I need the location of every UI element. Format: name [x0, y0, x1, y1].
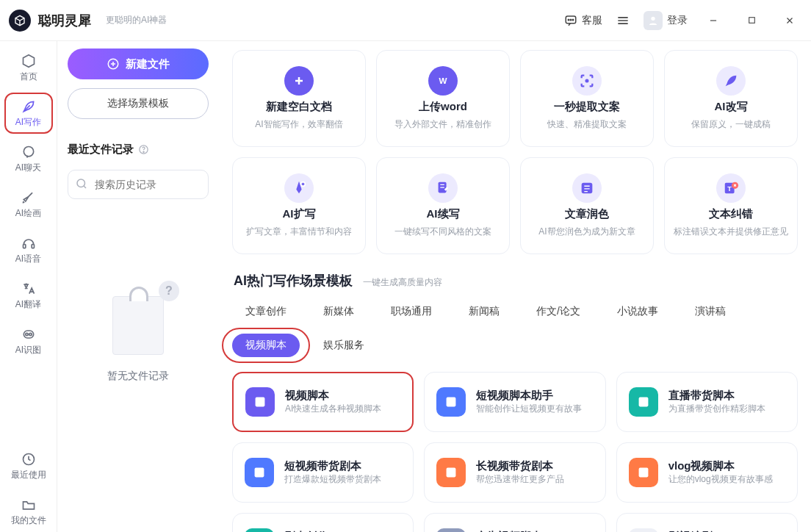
feature-card-title: AI改写	[715, 100, 748, 114]
rail-item-recent[interactable]: 最近使用	[4, 445, 53, 486]
rail-item-label: AI写作	[15, 116, 41, 129]
feature-card-icon	[284, 66, 314, 96]
template-tile[interactable]: 广告视频脚本AI让您的品牌更深入人心	[424, 513, 605, 532]
feature-card[interactable]: W上传word导入外部文件，精准创作	[376, 50, 510, 147]
rail-item-label: 我的文件	[11, 514, 46, 527]
vision-icon	[21, 326, 37, 342]
recent-heading: 最近文件记录	[68, 143, 209, 157]
chat-bubble-icon	[564, 14, 577, 27]
svg-point-11	[29, 333, 31, 335]
rail-item-label: AI绘画	[15, 207, 41, 220]
feature-card[interactable]: AI续写一键续写不同风格的文案	[376, 157, 510, 254]
template-tab[interactable]: 文章创作	[232, 300, 300, 323]
template-tab[interactable]: 视频脚本	[232, 334, 300, 357]
search-input[interactable]	[68, 170, 209, 199]
template-tile-icon	[436, 528, 466, 532]
templates-heading: AI热门写作场景模板	[234, 272, 353, 290]
help-icon[interactable]	[138, 144, 149, 155]
search-row	[68, 170, 209, 199]
rail-item-label: AI识图	[15, 344, 41, 356]
menu-button[interactable]	[616, 13, 630, 28]
feature-card[interactable]: 新建空白文档AI智能写作，效率翻倍	[232, 50, 366, 147]
question-badge-icon: ?	[159, 281, 179, 301]
rail-item-vision[interactable]: AI识图	[4, 320, 53, 362]
titlebar: 聪明灵犀 更聪明的AI神器 客服 登录	[0, 0, 811, 41]
feature-card-icon	[284, 173, 314, 203]
svg-rect-8	[32, 244, 34, 248]
template-tile-sub: 打造爆款短视频带货剧本	[284, 473, 381, 486]
feature-card[interactable]: 文章润色AI帮您润色为成为新文章	[520, 157, 654, 254]
template-tile[interactable]: 长视频带货剧本帮您迅速带红更多产品	[424, 442, 605, 503]
template-tile[interactable]: 短视频脚本助手智能创作让短视频更有故事	[424, 372, 605, 432]
window-maximize-button[interactable]	[739, 8, 764, 33]
folder-icon	[21, 497, 37, 513]
rail-item-home[interactable]: 首页	[4, 47, 53, 88]
feature-card[interactable]: T文本纠错标注错误文本并提供修正意见	[664, 157, 798, 254]
template-grid: 视频脚本AI快速生成各种视频脚本短视频脚本助手智能创作让短视频更有故事直播带货脚…	[232, 372, 798, 532]
rail-item-translate[interactable]: AI翻译	[4, 275, 53, 316]
template-tab[interactable]: 职场通用	[378, 300, 445, 323]
rail-item-audio[interactable]: AI语音	[4, 229, 53, 270]
window-minimize-button[interactable]	[701, 8, 726, 33]
rail-item-label: AI语音	[15, 253, 41, 265]
new-file-button[interactable]: 新建文件	[68, 48, 209, 79]
palette-icon	[21, 190, 37, 206]
template-tab[interactable]: 新闻稿	[455, 300, 513, 323]
template-tab[interactable]: 作文/论文	[523, 300, 594, 323]
template-tile-sub: 智能创作让短视频更有故事	[476, 403, 582, 415]
template-tile[interactable]: 视频脚本AI快速生成各种视频脚本	[232, 372, 414, 432]
choose-template-button[interactable]: 选择场景模板	[68, 88, 209, 119]
feature-card-title: 上传word	[419, 100, 467, 114]
svg-rect-25	[256, 398, 265, 407]
feature-card[interactable]: AI改写保留原义，一键成稿	[664, 50, 798, 147]
template-tab[interactable]: 演讲稿	[682, 300, 739, 323]
template-tab[interactable]: 娱乐服务	[310, 334, 378, 357]
feature-card-icon	[428, 173, 458, 203]
recent-heading-label: 最近文件记录	[68, 143, 134, 157]
svg-point-3	[572, 19, 574, 21]
template-tile-title: 长视频带货剧本	[476, 459, 564, 473]
feature-card-title: AI续写	[427, 207, 460, 221]
template-tile[interactable]: 剧本创作帮你打造精彩剧本	[232, 513, 414, 532]
feature-card[interactable]: AI扩写扩写文章，丰富情节和内容	[232, 157, 366, 254]
rail-item-palette[interactable]: AI绘画	[4, 184, 53, 225]
svg-point-16	[77, 179, 85, 187]
template-tile-sub: AI快速生成各种视频脚本	[285, 403, 381, 415]
template-tile-icon	[245, 528, 274, 532]
svg-rect-29	[447, 468, 456, 478]
rail-item-label: AI翻译	[15, 298, 41, 311]
template-tab[interactable]: 小说故事	[604, 300, 671, 323]
rail-item-folder[interactable]: 我的文件	[4, 491, 53, 532]
feature-card-icon	[572, 173, 602, 203]
feature-card[interactable]: 一秒提取文案快速、精准提取文案	[520, 50, 654, 147]
svg-point-1	[568, 19, 569, 21]
support-button[interactable]: 客服	[564, 14, 602, 27]
template-tile-title: 短视频带货剧本	[284, 459, 381, 473]
rail-item-feather[interactable]: AI写作	[4, 93, 53, 134]
rail-item-chat[interactable]: AI聊天	[4, 138, 53, 179]
template-tile[interactable]: 影视编剧编剧梦，帮你完成影视剧本	[616, 513, 798, 532]
template-tile[interactable]: 直播带货脚本为直播带货创作精彩脚本	[616, 372, 798, 432]
template-tile[interactable]: vlog视频脚本让您的vlog视频更有故事感	[616, 442, 798, 503]
template-tile-icon	[629, 458, 658, 487]
svg-point-4	[651, 16, 655, 20]
rail-item-label: AI聊天	[15, 162, 41, 174]
app-logo-icon	[9, 10, 31, 32]
feature-card-title: 新建空白文档	[266, 100, 332, 114]
svg-point-10	[25, 333, 27, 335]
avatar-icon	[644, 11, 663, 30]
app-title: 聪明灵犀	[38, 12, 91, 29]
feature-card-grid: 新建空白文档AI智能写作，效率翻倍W上传word导入外部文件，精准创作一秒提取文…	[232, 50, 798, 254]
svg-rect-27	[638, 398, 648, 407]
feature-card-sub: 标注错误文本并提供修正意见	[668, 226, 794, 238]
logo-block: 聪明灵犀 更聪明的AI神器	[9, 10, 167, 32]
chat-icon	[21, 144, 37, 160]
svg-rect-28	[255, 468, 264, 478]
template-tile-title: 视频脚本	[285, 389, 381, 403]
template-tile-title: vlog视频脚本	[668, 459, 773, 473]
template-tile[interactable]: 短视频带货剧本打造爆款短视频带货剧本	[232, 442, 414, 503]
template-tab[interactable]: 新媒体	[310, 300, 367, 323]
login-button[interactable]: 登录	[644, 11, 688, 30]
feature-card-title: AI扩写	[283, 207, 316, 221]
window-close-button[interactable]	[777, 8, 802, 33]
